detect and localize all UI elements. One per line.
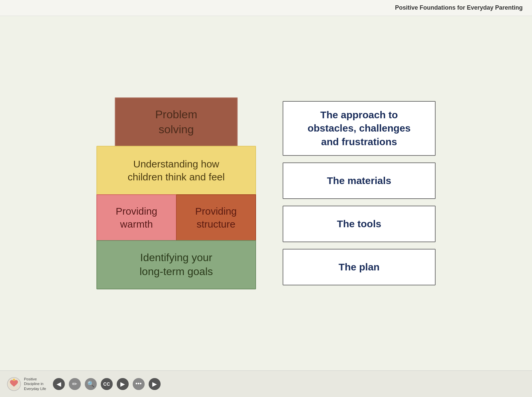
- info-box-plan[interactable]: The plan: [283, 249, 436, 285]
- info-box-tools-text: The tools: [337, 217, 381, 231]
- info-box-plan-text: The plan: [338, 260, 379, 274]
- logo-area: Positive Discipline in Everyday Life: [7, 377, 46, 391]
- forward-icon: ▶: [152, 380, 157, 388]
- pyramid-container: Problem solving Understanding how childr…: [96, 97, 256, 289]
- cc-icon: CC: [103, 381, 110, 387]
- edit-icon: ✏: [72, 380, 77, 388]
- info-box-materials[interactable]: The materials: [283, 162, 436, 199]
- pyramid-warmth-label: Providing warmth: [116, 205, 157, 231]
- pyramid-block-structure: Providing structure: [176, 194, 256, 241]
- main-content: Problem solving Understanding how childr…: [0, 16, 532, 370]
- nav-back-button[interactable]: ◀: [53, 378, 65, 390]
- pyramid-understanding-label: Understanding how children think and fee…: [128, 157, 225, 183]
- page-title: Positive Foundations for Everyday Parent…: [395, 4, 523, 11]
- pyramid-problem-solving-label: Problem solving: [155, 107, 198, 136]
- more-options-button[interactable]: •••: [133, 378, 145, 390]
- pyramid-middle-row: Providing warmth Providing structure: [96, 194, 256, 241]
- pyramid-block-warmth: Providing warmth: [96, 194, 176, 241]
- top-bar: Positive Foundations for Everyday Parent…: [0, 0, 532, 16]
- back-icon: ◀: [57, 380, 61, 388]
- more-icon: •••: [135, 380, 142, 387]
- info-box-materials-text: The materials: [327, 174, 391, 188]
- pyramid-block-goals: Identifying your long-term goals: [96, 240, 256, 289]
- pyramid-block-understanding: Understanding how children think and fee…: [96, 146, 256, 195]
- logo-text: Positive Discipline in Everyday Life: [24, 377, 46, 391]
- nav-forward-button[interactable]: ▶: [149, 378, 161, 390]
- pyramid-block-problem-solving: Problem solving: [115, 97, 238, 147]
- info-box-approach[interactable]: The approach to obstacles, challenges an…: [283, 101, 436, 156]
- info-boxes: The approach to obstacles, challenges an…: [283, 101, 436, 286]
- edit-button[interactable]: ✏: [69, 378, 81, 390]
- video-button[interactable]: ▶: [117, 378, 129, 390]
- bottom-toolbar: Positive Discipline in Everyday Life ◀ ✏…: [0, 370, 532, 397]
- logo-icon: [7, 377, 21, 391]
- pyramid-goals-label: Identifying your long-term goals: [140, 251, 213, 278]
- svg-point-1: [13, 379, 15, 381]
- search-icon: 🔍: [87, 380, 94, 388]
- info-box-approach-text: The approach to obstacles, challenges an…: [308, 108, 411, 149]
- pyramid-structure-label: Providing structure: [195, 205, 237, 231]
- info-box-tools[interactable]: The tools: [283, 206, 436, 242]
- video-icon: ▶: [120, 380, 125, 388]
- captions-button[interactable]: CC: [101, 378, 113, 390]
- search-button[interactable]: 🔍: [85, 378, 97, 390]
